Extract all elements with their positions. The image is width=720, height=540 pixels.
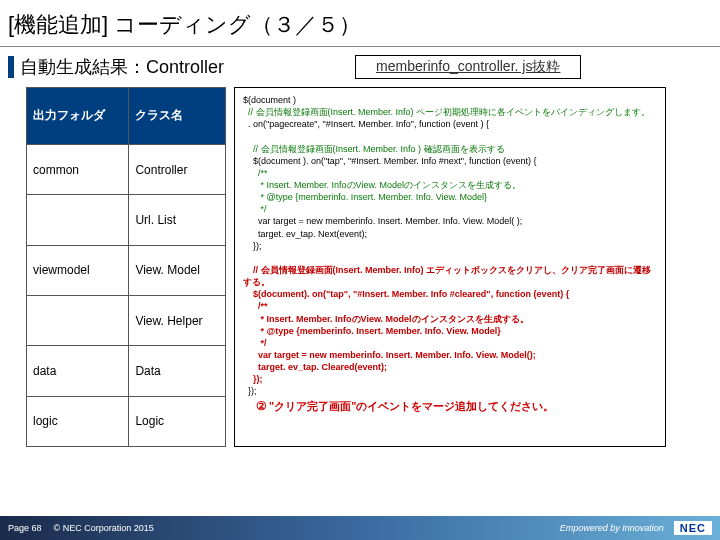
filename-label: memberinfo_controller. js抜粋 bbox=[355, 55, 581, 79]
table-row: Url. List bbox=[27, 195, 226, 245]
code-line: $(document). on("tap", "#Insert. Member.… bbox=[243, 289, 569, 299]
code-line: var target = new memberinfo. Insert. Mem… bbox=[243, 216, 522, 250]
accent-bar bbox=[8, 56, 14, 78]
annotation-number: ② bbox=[256, 399, 267, 413]
footer-tagline: Empowered by Innovation bbox=[560, 523, 664, 533]
footer: Page 68 © NEC Corporation 2015 Empowered… bbox=[0, 516, 720, 540]
table-header: 出力フォルダ bbox=[27, 88, 129, 145]
code-line: $(document ) bbox=[243, 95, 296, 105]
code-line: . on("pagecreate", "#Insert. Member. Inf… bbox=[243, 119, 489, 129]
code-comment: /** * Insert. Member. InfoのView. Modelのイ… bbox=[243, 301, 529, 347]
table-row: viewmodelView. Model bbox=[27, 245, 226, 295]
nec-logo: NEC bbox=[674, 521, 712, 535]
table-header: クラス名 bbox=[129, 88, 226, 145]
code-block: $(document ) // 会員情報登録画面(Insert. Member.… bbox=[234, 87, 666, 447]
table-row: commonController bbox=[27, 144, 226, 194]
code-line: var target = new memberinfo. Insert. Mem… bbox=[243, 350, 536, 384]
code-comment: // 会員情報登録画面(Insert. Member. Info) エディットボ… bbox=[243, 265, 651, 287]
annotation-text: "クリア完了画面"のイベントをマージ追加してください。 bbox=[269, 400, 554, 412]
page-number: Page 68 bbox=[8, 523, 42, 533]
section-subtitle: 自動生成結果：Controller bbox=[20, 55, 224, 79]
code-comment: // 会員情報登録画面(Insert. Member. Info) ページ初期処… bbox=[243, 107, 650, 117]
code-comment: // 会員情報登録画面(Insert. Member. Info ) 確認画面を… bbox=[243, 144, 505, 154]
table-row: logicLogic bbox=[27, 396, 226, 446]
copyright: © NEC Corporation 2015 bbox=[54, 523, 154, 533]
code-line: $(document ). on("tap", "#Insert. Member… bbox=[243, 156, 536, 166]
code-comment: /** * Insert. Member. InfoのView. Modelのイ… bbox=[243, 168, 521, 214]
page-title: [機能追加] コーディング（３／５） bbox=[0, 0, 720, 47]
table-row: View. Helper bbox=[27, 295, 226, 345]
code-line: }); bbox=[243, 386, 257, 396]
table-row: dataData bbox=[27, 346, 226, 396]
class-table: 出力フォルダ クラス名 commonController Url. List v… bbox=[26, 87, 226, 447]
